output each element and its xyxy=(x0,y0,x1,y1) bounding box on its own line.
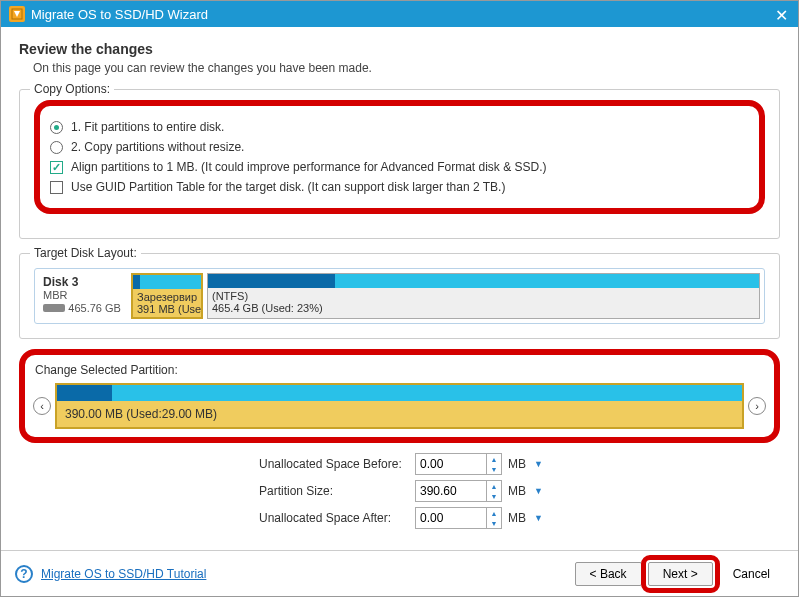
unit-mb: MB xyxy=(508,484,526,498)
partition-size-input[interactable] xyxy=(416,484,486,498)
change-partition-group: Change Selected Partition: ‹ 390.00 MB (… xyxy=(35,363,764,429)
checkbox-align-1mb[interactable] xyxy=(50,161,63,174)
part1-size: 391 MB (Use xyxy=(137,303,197,315)
unalloc-after-spinner[interactable]: ▲▼ xyxy=(415,507,502,529)
spin-down-icon[interactable]: ▼ xyxy=(487,464,501,474)
page-heading: Review the changes xyxy=(19,41,780,57)
partition-ntfs[interactable]: (NTFS) 465.4 GB (Used: 23%) xyxy=(207,273,760,319)
cancel-button[interactable]: Cancel xyxy=(719,563,784,585)
partition-slider[interactable]: 390.00 MB (Used:29.00 MB) xyxy=(55,383,744,429)
partition-size-spinner[interactable]: ▲▼ xyxy=(415,480,502,502)
next-button[interactable]: Next > xyxy=(648,562,713,586)
unit-mb: MB xyxy=(508,511,526,525)
app-icon xyxy=(9,6,25,22)
checkbox-align-label: Align partitions to 1 MB. (It could impr… xyxy=(71,160,547,174)
checkbox-guid[interactable] xyxy=(50,181,63,194)
checkbox-guid-label: Use GUID Partition Table for the target … xyxy=(71,180,505,194)
unalloc-before-label: Unallocated Space Before: xyxy=(19,457,415,471)
back-button[interactable]: < Back xyxy=(575,562,642,586)
radio-copy-noresize[interactable] xyxy=(50,141,63,154)
spin-down-icon[interactable]: ▼ xyxy=(487,518,501,528)
disk-size: 465.76 GB xyxy=(68,302,121,314)
slider-label: 390.00 MB (Used:29.00 MB) xyxy=(57,401,742,427)
copy-options-legend: Copy Options: xyxy=(30,82,114,96)
scroll-right-button[interactable]: › xyxy=(748,397,766,415)
spin-up-icon[interactable]: ▲ xyxy=(487,508,501,518)
window-title: Migrate OS to SSD/HD Wizard xyxy=(31,7,208,22)
scroll-left-button[interactable]: ‹ xyxy=(33,397,51,415)
partition-reserved[interactable]: Зарезервир 391 MB (Use xyxy=(131,273,203,319)
radio-fit-partitions[interactable] xyxy=(50,121,63,134)
close-icon[interactable]: ✕ xyxy=(775,6,788,25)
disk-icon xyxy=(43,304,65,312)
unalloc-before-input[interactable] xyxy=(416,457,486,471)
part2-size: 465.4 GB (Used: 23%) xyxy=(212,302,755,314)
spin-down-icon[interactable]: ▼ xyxy=(487,491,501,501)
unit-dropdown-icon[interactable]: ▼ xyxy=(532,513,545,523)
disk-name: Disk 3 xyxy=(43,275,123,289)
part1-name: Зарезервир xyxy=(137,291,197,303)
unit-dropdown-icon[interactable]: ▼ xyxy=(532,459,545,469)
footer: ? Migrate OS to SSD/HD Tutorial < Back N… xyxy=(1,550,798,596)
unalloc-after-label: Unallocated Space After: xyxy=(19,511,415,525)
unalloc-after-input[interactable] xyxy=(416,511,486,525)
titlebar: Migrate OS to SSD/HD Wizard ✕ xyxy=(1,1,798,27)
unit-mb: MB xyxy=(508,457,526,471)
tutorial-link[interactable]: Migrate OS to SSD/HD Tutorial xyxy=(41,567,206,581)
disk-type: MBR xyxy=(43,289,123,301)
unalloc-before-spinner[interactable]: ▲▼ xyxy=(415,453,502,475)
spin-up-icon[interactable]: ▲ xyxy=(487,481,501,491)
copy-options-group: Copy Options: 1. Fit partitions to entir… xyxy=(19,89,780,239)
radio-noresize-label: 2. Copy partitions without resize. xyxy=(71,140,244,154)
help-icon[interactable]: ? xyxy=(15,565,33,583)
change-partition-legend: Change Selected Partition: xyxy=(35,363,764,377)
page-subheading: On this page you can review the changes … xyxy=(33,61,780,75)
target-disk-layout-group: Target Disk Layout: Disk 3 MBR 465.76 GB… xyxy=(19,253,780,339)
target-layout-legend: Target Disk Layout: xyxy=(30,246,141,260)
partition-size-label: Partition Size: xyxy=(19,484,415,498)
disk-layout-row: Disk 3 MBR 465.76 GB Зарезервир 391 MB (… xyxy=(34,268,765,324)
radio-fit-label: 1. Fit partitions to entire disk. xyxy=(71,120,224,134)
highlight-change-partition: Change Selected Partition: ‹ 390.00 MB (… xyxy=(19,349,780,443)
spin-up-icon[interactable]: ▲ xyxy=(487,454,501,464)
disk-info: Disk 3 MBR 465.76 GB xyxy=(39,273,127,319)
unit-dropdown-icon[interactable]: ▼ xyxy=(532,486,545,496)
part2-name: (NTFS) xyxy=(212,290,755,302)
highlight-copy-options: 1. Fit partitions to entire disk. 2. Cop… xyxy=(34,100,765,214)
